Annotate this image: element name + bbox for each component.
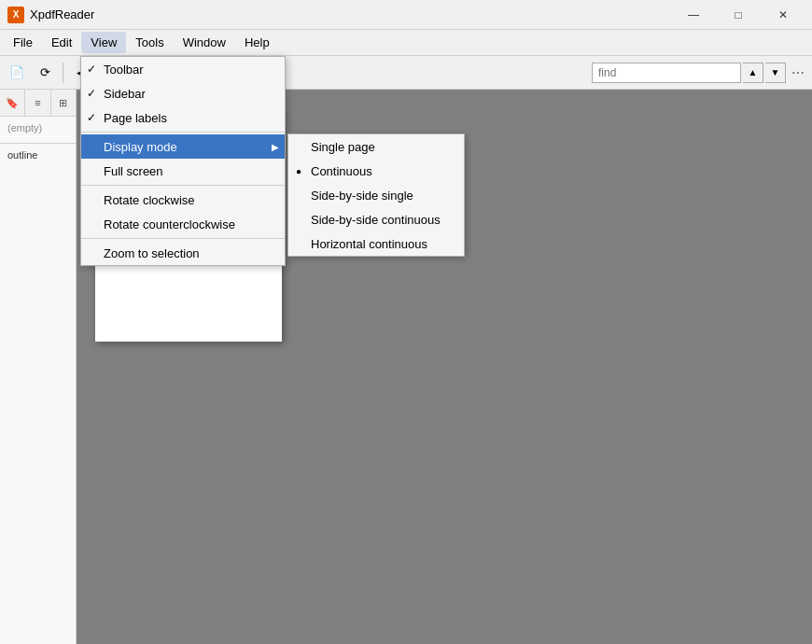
- more-options-button[interactable]: ⋯: [788, 63, 808, 83]
- view-menu-display-mode[interactable]: Display mode Single page ● Continuous Si…: [81, 134, 285, 159]
- view-menu-toolbar[interactable]: ✓ Toolbar: [81, 57, 285, 81]
- find-next-button[interactable]: ▼: [765, 63, 786, 83]
- titlebar: X XpdfReader — □ ✕: [0, 0, 812, 30]
- app-icon: X: [7, 7, 24, 23]
- view-menu-sidebar[interactable]: ✓ Sidebar: [81, 81, 285, 105]
- display-mode-submenu: Single page ● Continuous Side-by-side si…: [287, 133, 465, 257]
- titlebar-controls: — □ ✕: [672, 0, 805, 30]
- menu-window[interactable]: Window: [174, 32, 235, 53]
- sidebar-tab-thumbs[interactable]: ⊞: [51, 90, 76, 116]
- submenu-single-page[interactable]: Single page: [288, 134, 464, 159]
- view-dropdown-menu: ✓ Toolbar ✓ Sidebar ✓ Page labels Displa…: [80, 56, 286, 266]
- toolbar-check: ✓: [87, 63, 96, 76]
- view-menu-separator-2: [81, 185, 285, 186]
- sidebar: 🔖 ≡ ⊞ (empty) outline: [0, 90, 77, 644]
- sidebar-tab-bookmarks[interactable]: 🔖: [0, 90, 25, 116]
- maximize-button[interactable]: □: [717, 0, 760, 30]
- toolbar-open-button[interactable]: 📄: [4, 61, 30, 85]
- minimize-button[interactable]: —: [672, 0, 715, 30]
- app-title: XpdfReader: [30, 7, 672, 21]
- submenu-continuous[interactable]: ● Continuous: [288, 159, 464, 183]
- menubar: File Edit View Tools Window Help: [0, 30, 812, 56]
- continuous-bullet: ●: [296, 166, 301, 176]
- menu-file[interactable]: File: [4, 32, 42, 53]
- view-menu-separator-1: [81, 132, 285, 133]
- sidebar-outline-label: outline: [0, 143, 76, 166]
- submenu-horizontal-continuous[interactable]: Horizontal continuous: [288, 231, 464, 256]
- submenu-side-by-side-continuous[interactable]: Side-by-side continuous: [288, 207, 464, 231]
- sidebar-check: ✓: [87, 87, 96, 100]
- menu-edit[interactable]: Edit: [42, 32, 81, 53]
- page-labels-check: ✓: [87, 111, 96, 124]
- toolbar-history-button[interactable]: ⟳: [32, 61, 58, 85]
- view-menu-rotate-ccw[interactable]: Rotate counterclockwise: [81, 212, 285, 236]
- find-prev-button[interactable]: ▲: [743, 63, 763, 83]
- toolbar-separator-1: [63, 63, 63, 83]
- close-button[interactable]: ✕: [762, 0, 805, 30]
- view-menu-full-screen[interactable]: Full screen: [81, 159, 285, 183]
- menu-view[interactable]: View: [81, 32, 126, 53]
- submenu-side-by-side-single[interactable]: Side-by-side single: [288, 183, 464, 207]
- view-menu-rotate-cw[interactable]: Rotate clockwise: [81, 188, 285, 212]
- sidebar-empty-label: (empty): [0, 117, 76, 139]
- menu-tools[interactable]: Tools: [126, 32, 173, 53]
- sidebar-tab-layers[interactable]: ≡: [25, 90, 50, 116]
- menu-help[interactable]: Help: [235, 32, 279, 53]
- sidebar-tabs: 🔖 ≡ ⊞: [0, 90, 76, 117]
- view-menu-page-labels[interactable]: ✓ Page labels: [81, 105, 285, 130]
- find-input[interactable]: [592, 63, 741, 83]
- view-menu-separator-3: [81, 238, 285, 239]
- view-menu-zoom-selection[interactable]: Zoom to selection: [81, 241, 285, 265]
